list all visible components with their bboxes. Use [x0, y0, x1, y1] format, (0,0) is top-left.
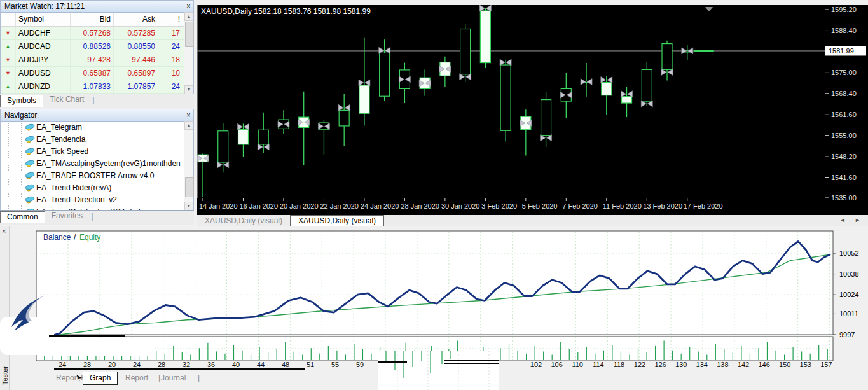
chart-tab[interactable]: XAUUSD,Daily (visual): [197, 216, 290, 226]
navigator-item[interactable]: EA_Tendencia: [1, 134, 193, 146]
scroll-up-icon[interactable]: ▲: [184, 12, 193, 21]
tester-x-tick: 150: [779, 361, 790, 368]
navigator-item[interactable]: EA_Tick Speed: [1, 146, 193, 158]
market-watch-row[interactable]: ▲AUDCAD0.885260.8855024: [1, 40, 193, 53]
tester-x-tick: 122: [634, 361, 645, 368]
symbol-cell: AUDNZD: [16, 80, 71, 93]
column-bid[interactable]: Bid: [71, 13, 114, 26]
date-tick: 13 Feb 2020: [643, 202, 682, 210]
date-tick: 11 Feb 2020: [603, 202, 642, 210]
tab-scroll-arrows[interactable]: ◄ ►: [840, 217, 864, 223]
navigator-item-label: EA_Telegram: [36, 123, 82, 132]
price-tick: 1595.20: [831, 6, 857, 13]
tester-y-tick: 10011: [839, 310, 858, 317]
column-spread[interactable]: !: [158, 13, 183, 26]
date-tick: 30 Jan 2020: [441, 202, 480, 210]
tester-tab-graph[interactable]: Graph: [83, 372, 118, 385]
tester-x-tick: 134: [696, 361, 708, 368]
tab-separator: |: [89, 211, 93, 223]
date-tick: 3 Feb 2020: [481, 202, 517, 210]
date-tick: 16 Jan 2020: [239, 202, 278, 210]
spread-cell: 10: [158, 67, 183, 80]
navigator-tabs: CommonFavorites |: [0, 210, 194, 225]
tester-x-tick: 59: [356, 361, 364, 368]
symbol-cell: AUDCAD: [16, 40, 71, 53]
symbol-cell: AUDCHF: [16, 27, 71, 39]
navigator-item-label: EA_TRADE BOOSTER Arrow v4.0: [36, 171, 154, 180]
market-watch-rows: ▼AUDCHF0.572680.5728517▲AUDCAD0.885260.8…: [1, 27, 193, 95]
tester-x-tick: 114: [593, 361, 604, 368]
tester-x-tick: 28: [158, 361, 165, 368]
tester-x-tick: 24: [133, 361, 141, 368]
symbol-cell: AUDUSD: [16, 67, 71, 80]
price-chart[interactable]: 1595.201588.401575.001568.401561.601555.…: [197, 5, 868, 215]
tester-x-tick: 24: [59, 361, 66, 368]
market-watch-scrollbar[interactable]: ▲ ▼: [184, 12, 193, 94]
bid-cell: 0.65887: [71, 67, 114, 80]
up-arrow-icon: ▲: [1, 80, 16, 93]
navigator-titlebar[interactable]: Navigator ×: [1, 109, 193, 122]
navigator-tree: EA_TelegramEA_TendenciaEA_Tick SpeedEA_T…: [1, 122, 193, 211]
legend-balance: Balance: [43, 233, 71, 242]
chart-top-strip: [197, 0, 868, 5]
down-arrow-icon: ▼: [1, 67, 16, 80]
market-watch-row[interactable]: ▲AUDNZD1.078331.0785724: [1, 80, 193, 94]
bid-cell: 1.07833: [71, 80, 114, 93]
scroll-thumb[interactable]: [185, 22, 194, 47]
tab-common[interactable]: Common: [0, 211, 45, 223]
ask-cell: 1.07857: [114, 80, 158, 93]
spread-cell: 24: [158, 40, 183, 53]
navigator-scrollbar[interactable]: ▲ ▼: [184, 121, 193, 211]
scroll-down-icon[interactable]: ▼: [184, 85, 193, 94]
tester-x-tick: 146: [758, 361, 769, 368]
line-artifact: [49, 335, 125, 337]
tester-y-tick: 10052: [839, 249, 859, 257]
market-watch-row[interactable]: ▼AUDJPY97.42897.44618: [1, 53, 193, 67]
navigator-item[interactable]: EA_Trend Rider(revA): [1, 182, 193, 194]
navigator-panel: Navigator × EA_TelegramEA_TendenciaEA_Ti…: [0, 109, 194, 224]
tab-symbols[interactable]: Symbols: [0, 95, 43, 107]
navigator-item[interactable]: EA_Trend_Direction_v2: [1, 194, 193, 206]
close-icon[interactable]: ×: [186, 109, 191, 121]
column-ask[interactable]: Ask: [114, 13, 158, 26]
tester-x-tick: 142: [738, 361, 749, 368]
chart-title: XAUUSD,Daily 1582.18 1583.76 1581.98 158…: [201, 7, 371, 16]
scroll-up-icon[interactable]: ▲: [184, 121, 193, 130]
tab-favorites[interactable]: Favorites: [45, 211, 89, 221]
date-tick: 17 Feb 2020: [684, 202, 723, 210]
market-watch-header: Symbol Bid Ask !: [1, 13, 193, 27]
spread-cell: 18: [158, 53, 183, 66]
market-watch-panel: Market Watch: 17:11:21 × Symbol Bid Ask …: [0, 0, 194, 108]
navigator-item[interactable]: EA_TRADE BOOSTER Arrow v4.0: [1, 170, 193, 182]
tester-x-tick: 110: [572, 361, 583, 368]
cursor-artifact: [75, 373, 84, 382]
tester-x-tick: 157: [820, 361, 832, 368]
tester-tab-report[interactable]: Report: [125, 372, 148, 384]
price-tick: 1555.00: [831, 132, 857, 139]
price-chart-area[interactable]: 1595.201588.401575.001568.401561.601555.…: [197, 5, 868, 215]
down-arrow-icon: ▼: [1, 27, 16, 39]
tester-x-tick: 51: [307, 361, 314, 368]
price-tick: 1568.40: [831, 90, 857, 97]
navigator-item[interactable]: EA_TMAscalpingSyetem(revG)1monthden: [1, 158, 193, 170]
navigator-item[interactable]: EA_Telegram: [1, 122, 193, 134]
tab-separator: |: [198, 372, 200, 384]
chart-tab[interactable]: XAUUSD,Daily (visual): [290, 215, 384, 226]
price-tick: 1548.20: [831, 153, 857, 160]
tester-x-tick: 55: [331, 361, 339, 368]
tab-tick-chart[interactable]: Tick Chart: [43, 94, 90, 105]
market-watch-row[interactable]: ▼AUDCHF0.572680.5728517: [1, 27, 193, 40]
price-tick: 1541.60: [831, 174, 857, 181]
close-icon[interactable]: ×: [186, 1, 191, 12]
app: { "ui": {"close":"×","separator":"|","up…: [0, 0, 868, 390]
tester-x-tick: 130: [675, 361, 687, 368]
navigator-item-label: EA_Trend Rider(revA): [36, 183, 111, 192]
tester-tab-journal[interactable]: Journal: [161, 372, 186, 384]
market-watch-titlebar[interactable]: Market Watch: 17:11:21 ×: [1, 1, 193, 13]
ask-cell: 0.88550: [114, 40, 158, 53]
market-watch-row[interactable]: ▼AUDUSD0.658870.6589710: [1, 67, 193, 80]
scroll-down-icon[interactable]: ▼: [184, 202, 193, 211]
tester-x-tick: 102: [530, 361, 542, 368]
column-symbol[interactable]: Symbol: [16, 13, 71, 26]
scroll-thumb[interactable]: [185, 177, 194, 197]
